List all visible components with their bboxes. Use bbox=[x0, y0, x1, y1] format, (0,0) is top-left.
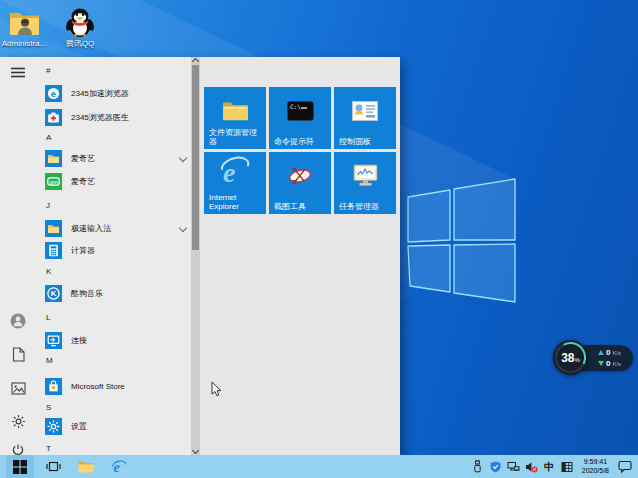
tile-label: 文件资源管理器 bbox=[209, 128, 262, 146]
svg-text:QIYI: QIYI bbox=[49, 179, 57, 184]
windows-logo-icon bbox=[13, 460, 27, 474]
memory-usage-ball[interactable]: 38 % bbox=[553, 340, 588, 375]
app-group-jisu-ime[interactable]: 极速输入法 bbox=[45, 217, 195, 239]
documents-button[interactable] bbox=[9, 345, 27, 363]
app-item-2345-browser[interactable]: e 2345加速浏览器 bbox=[45, 82, 195, 104]
tile-label: 控制面板 bbox=[339, 137, 392, 146]
scroll-up-icon[interactable] bbox=[192, 58, 199, 65]
expand-menu-button[interactable] bbox=[9, 63, 27, 81]
calculator-icon bbox=[45, 242, 62, 259]
upload-speed: 0 bbox=[606, 348, 610, 357]
section-header[interactable]: S bbox=[46, 399, 51, 415]
download-unit: K/s bbox=[612, 361, 621, 367]
task-manager-icon bbox=[334, 158, 396, 194]
action-center-icon[interactable] bbox=[617, 460, 633, 474]
command-prompt-icon: C:\ bbox=[269, 93, 331, 129]
qq-penguin-icon bbox=[56, 6, 104, 38]
connect-icon bbox=[45, 332, 62, 349]
scroll-down-icon[interactable] bbox=[192, 447, 199, 454]
app-item-label: 2345加速浏览器 bbox=[71, 88, 129, 99]
app-item-microsoft-store[interactable]: Microsoft Store bbox=[45, 375, 195, 397]
usb-icon[interactable] bbox=[471, 460, 484, 474]
upload-arrow-icon bbox=[598, 350, 604, 355]
app-item-kugou[interactable]: K 酷狗音乐 bbox=[45, 282, 195, 304]
user-folder-icon bbox=[0, 6, 48, 38]
volume-muted-icon[interactable] bbox=[525, 460, 538, 474]
tile-task-manager[interactable]: 任务管理器 bbox=[334, 152, 396, 214]
ie-icon: e bbox=[204, 154, 266, 190]
section-header[interactable]: T bbox=[46, 440, 51, 456]
browser-doctor-icon bbox=[45, 109, 62, 126]
upload-unit: K/s bbox=[612, 350, 621, 356]
taskbar: e 中 9:59:41 2020/5/8 bbox=[0, 455, 638, 478]
iqiyi-icon: QIYI bbox=[45, 173, 62, 190]
tile-control-panel[interactable]: 控制面板 bbox=[334, 87, 396, 149]
download-arrow-icon bbox=[598, 361, 604, 366]
pictures-button[interactable] bbox=[9, 379, 27, 397]
system-tray: 中 9:59:41 2020/5/8 bbox=[471, 455, 638, 478]
tile-label: 任务管理器 bbox=[339, 202, 392, 211]
app-item-calculator[interactable]: 计算器 bbox=[45, 239, 195, 261]
clock-date: 2020/5/8 bbox=[582, 467, 609, 476]
ime-indicator[interactable]: 中 bbox=[543, 460, 556, 474]
clock-time: 9:59:41 bbox=[582, 458, 609, 467]
app-item-browser-doctor[interactable]: 2345浏览器医生 bbox=[45, 106, 195, 128]
start-button[interactable] bbox=[6, 455, 34, 478]
svg-text:K: K bbox=[51, 289, 57, 298]
network-icon[interactable] bbox=[507, 460, 520, 474]
desktop-screen: Administra... 腾讯QQ 0 bbox=[0, 0, 638, 478]
snipping-tool-icon bbox=[269, 158, 331, 194]
section-header[interactable]: J bbox=[46, 197, 50, 213]
desktop-icon-label: Administra... bbox=[0, 39, 48, 48]
section-header[interactable]: M bbox=[46, 352, 53, 368]
task-view-icon bbox=[46, 460, 61, 473]
svg-text:e: e bbox=[51, 87, 56, 98]
tile-label: Internet Explorer bbox=[209, 193, 262, 211]
app-item-label: 爱奇艺 bbox=[71, 176, 95, 187]
app-item-settings[interactable]: 设置 bbox=[45, 415, 195, 437]
percent-sign: % bbox=[575, 357, 580, 363]
chevron-down-icon[interactable] bbox=[179, 224, 187, 232]
app-item-connect[interactable]: 连接 bbox=[45, 329, 195, 351]
file-explorer-icon bbox=[204, 93, 266, 129]
task-view-button[interactable] bbox=[39, 455, 67, 478]
tile-snipping-tool[interactable]: 截图工具 bbox=[269, 152, 331, 214]
app-item-label: 计算器 bbox=[71, 245, 95, 256]
app-item-iqiyi[interactable]: QIYI 爱奇艺 bbox=[45, 170, 195, 192]
section-header[interactable]: # bbox=[46, 62, 50, 78]
app-item-label: 酷狗音乐 bbox=[71, 288, 103, 299]
control-panel-icon bbox=[334, 93, 396, 129]
taskbar-clock[interactable]: 9:59:41 2020/5/8 bbox=[582, 458, 609, 475]
2345-browser-icon: e bbox=[45, 85, 62, 102]
section-header[interactable]: A bbox=[46, 129, 51, 145]
folder-icon bbox=[45, 220, 62, 237]
ie-button[interactable]: e bbox=[105, 455, 133, 478]
desktop-icon-qq[interactable]: 腾讯QQ bbox=[56, 6, 104, 48]
tile-label: 命令提示符 bbox=[274, 137, 327, 146]
tile-command-prompt[interactable]: C:\ 命令提示符 bbox=[269, 87, 331, 149]
store-icon bbox=[45, 378, 62, 395]
file-explorer-button[interactable] bbox=[72, 455, 100, 478]
tile-file-explorer[interactable]: 文件资源管理器 bbox=[204, 87, 266, 149]
security-shield-icon[interactable] bbox=[489, 460, 502, 474]
speed-widget[interactable]: 0 K/s 0 K/s 38 % bbox=[553, 340, 635, 376]
svg-text:C:\: C:\ bbox=[290, 103, 301, 110]
taskbar-left: e bbox=[0, 455, 138, 478]
desktop-icon-administrator[interactable]: Administra... bbox=[0, 6, 48, 48]
folder-icon bbox=[45, 150, 62, 167]
section-header[interactable]: K bbox=[46, 263, 51, 279]
touch-keyboard-icon[interactable] bbox=[561, 460, 574, 474]
user-avatar-button[interactable] bbox=[9, 312, 27, 330]
tile-internet-explorer[interactable]: e Internet Explorer bbox=[204, 152, 266, 214]
app-list-scrollbar[interactable] bbox=[191, 57, 200, 455]
app-item-label: 设置 bbox=[71, 421, 87, 432]
kugou-icon: K bbox=[45, 285, 62, 302]
app-item-label: 2345浏览器医生 bbox=[71, 112, 129, 123]
ime-label: 中 bbox=[544, 460, 554, 474]
settings-button[interactable] bbox=[9, 412, 27, 430]
chevron-down-icon[interactable] bbox=[179, 154, 187, 162]
app-group-iqiyi[interactable]: 爱奇艺 bbox=[45, 147, 195, 169]
start-menu: # e 2345加速浏览器 2345浏览器医生 A 爱奇艺 bbox=[0, 57, 400, 455]
scrollbar-thumb[interactable] bbox=[192, 65, 199, 250]
section-header[interactable]: L bbox=[46, 309, 50, 325]
